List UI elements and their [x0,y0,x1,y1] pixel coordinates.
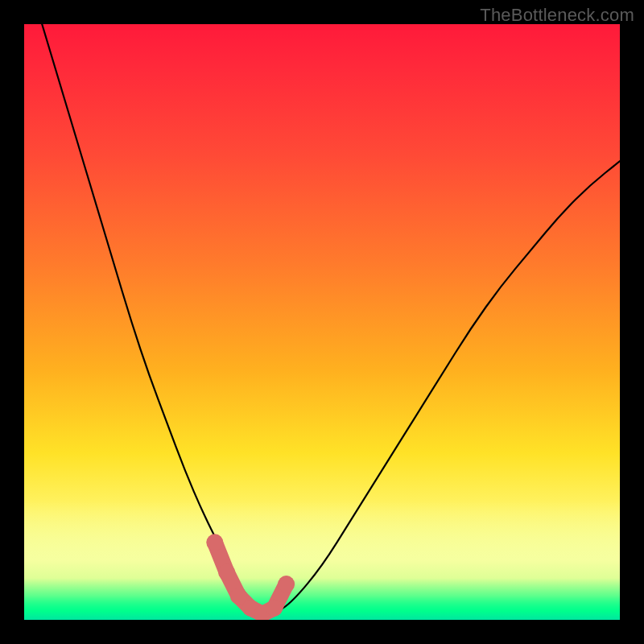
chart-frame: TheBottleneck.com [0,0,644,644]
curve-layer [24,24,620,620]
marker-dot [230,588,247,605]
plot-area [24,24,620,620]
marker-dot [206,534,223,551]
marker-dot [278,576,295,592]
marker-trough-dots [206,534,295,620]
bottleneck-curve [42,24,620,612]
watermark-text: TheBottleneck.com [480,5,634,26]
marker-dot [218,564,235,580]
marker-dot [266,600,283,617]
